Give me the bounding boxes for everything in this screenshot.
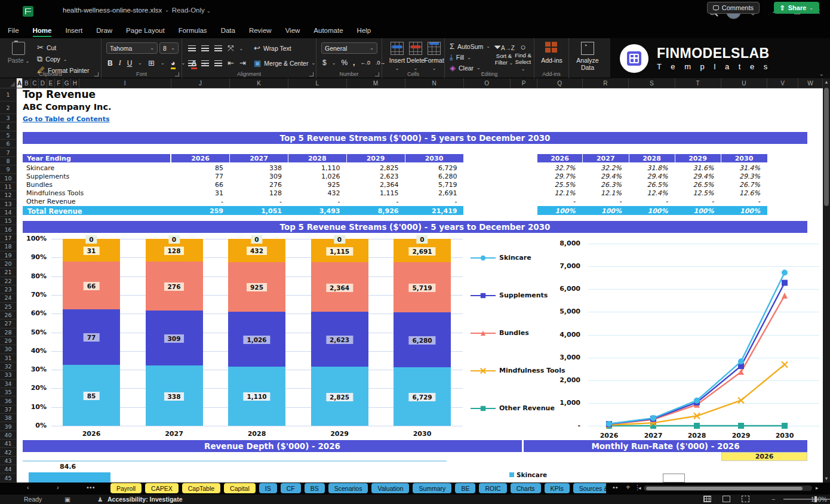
align-bottom-icon[interactable]	[214, 45, 222, 51]
align-left-icon[interactable]	[188, 60, 196, 66]
row-header-15[interactable]: 15	[0, 217, 17, 225]
column-header-W[interactable]: W	[798, 78, 823, 88]
row-header-32[interactable]: 32	[0, 362, 17, 371]
share-button[interactable]: ⇧ Share⌄	[774, 2, 820, 14]
scroll-down-icon[interactable]: ▼	[823, 476, 830, 481]
ribbon-tab-home[interactable]: Home	[27, 24, 58, 37]
percent-icon[interactable]: %	[341, 59, 348, 67]
row-header-31[interactable]: 31	[0, 354, 17, 362]
row-header-13[interactable]: 13	[0, 199, 17, 208]
row-header-2[interactable]: 2	[0, 102, 17, 114]
column-header-A[interactable]: A	[17, 78, 23, 88]
column-header-Q[interactable]: Q	[537, 78, 583, 88]
accessibility-status[interactable]: Accessibility: Investigate	[107, 496, 182, 503]
row-header-36[interactable]: 36	[0, 397, 17, 405]
copy-button[interactable]: ⧉Copy ⌄	[37, 54, 67, 64]
horizontal-scroll-thumb[interactable]	[646, 487, 803, 490]
ribbon-tab-page-layout[interactable]: Page Layout	[120, 24, 171, 37]
page-layout-view-icon[interactable]	[723, 496, 730, 503]
column-header-P[interactable]: P	[511, 78, 537, 88]
sort-filter-button[interactable]: ⏷A→Z Sort & Filter ⌄	[494, 42, 514, 66]
ribbon-tab-review[interactable]: Review	[243, 24, 278, 37]
row-header-16[interactable]: 16	[0, 225, 17, 233]
row-header-30[interactable]: 30	[0, 345, 17, 354]
autosum-button[interactable]: ΣAutoSum ⌄	[450, 42, 490, 51]
italic-button[interactable]: I	[119, 59, 121, 67]
row-header-10[interactable]: 10	[0, 174, 17, 182]
zoom-level[interactable]: 140%	[811, 496, 825, 503]
ribbon-tab-formulas[interactable]: Formulas	[173, 24, 213, 37]
column-header-E[interactable]: E	[47, 78, 56, 88]
macro-record-icon[interactable]: ▣	[64, 496, 70, 503]
scroll-up-icon[interactable]: ▲	[823, 79, 830, 85]
normal-view-icon[interactable]	[703, 496, 711, 503]
prev-sheet-icon[interactable]: ‹	[27, 484, 29, 491]
column-header-D[interactable]: D	[39, 78, 47, 88]
sheet-tab-sources-uses[interactable]: Sources & Uses	[573, 483, 606, 493]
row-header-34[interactable]: 34	[0, 380, 17, 388]
fill-color-icon[interactable]: ◕	[171, 59, 176, 67]
number-dialog-launcher[interactable]	[375, 72, 379, 76]
ribbon-tab-file[interactable]: File	[2, 24, 25, 37]
row-header-18[interactable]: 18	[0, 242, 17, 251]
sheet-tab-bs[interactable]: BS	[305, 483, 325, 493]
font-dialog-launcher[interactable]	[175, 72, 179, 76]
align-right-icon[interactable]	[214, 60, 222, 66]
row-header-42[interactable]: 42	[0, 448, 17, 456]
row-header-20[interactable]: 20	[0, 260, 17, 268]
column-header-G[interactable]: G	[63, 78, 72, 88]
column-header-F[interactable]: F	[55, 78, 63, 88]
row-header-1[interactable]: 1	[0, 88, 17, 102]
number-format-select[interactable]: General⌄	[321, 42, 377, 54]
column-header-S[interactable]: S	[629, 78, 675, 88]
ribbon-tab-draw[interactable]: Draw	[90, 24, 118, 37]
comma-icon[interactable]: ,	[353, 59, 355, 67]
row-header-45[interactable]: 45	[0, 474, 17, 482]
ribbon-tab-insert[interactable]: Insert	[59, 24, 88, 37]
column-header-H[interactable]: H	[71, 78, 79, 88]
row-header-19[interactable]: 19	[0, 251, 17, 260]
ribbon-tab-help[interactable]: Help	[351, 24, 377, 37]
horizontal-scrollbar[interactable]	[644, 485, 812, 491]
legend-item-mindfulness-tools[interactable]: Mindfulness Tools	[471, 367, 565, 374]
sheet-tab-summary[interactable]: Summary	[413, 483, 451, 493]
column-header-U[interactable]: U	[721, 78, 768, 88]
row-header-41[interactable]: 41	[0, 440, 17, 448]
font-size-select[interactable]: 8⌄	[159, 42, 179, 54]
addins-button[interactable]: Add-ins	[538, 42, 565, 64]
wrap-text-button[interactable]: ↩Wrap Text	[254, 44, 291, 53]
row-header-28[interactable]: 28	[0, 328, 17, 337]
increase-decimal-icon[interactable]: ←.0	[360, 60, 370, 66]
orientation-icon[interactable]: ⤧	[228, 44, 233, 53]
ribbon-tab-view[interactable]: View	[279, 24, 306, 37]
row-header-6[interactable]: 6	[0, 140, 17, 148]
column-header-J[interactable]: J	[171, 78, 230, 88]
sheet-tab-cf[interactable]: CF	[281, 483, 301, 493]
collapse-ribbon-icon[interactable]: ⌄	[819, 70, 824, 77]
alignment-dialog-launcher[interactable]	[309, 72, 313, 76]
find-select-button[interactable]: ○ Find & Select ⌄	[513, 42, 533, 72]
hscroll-left-icon[interactable]: ◂	[638, 485, 641, 491]
comments-button[interactable]: Comments	[707, 2, 760, 14]
paste-button[interactable]: Paste ⌄	[5, 42, 32, 64]
column-header-M[interactable]: M	[347, 78, 405, 88]
sheet-tab-be[interactable]: BE	[455, 483, 475, 493]
column-header-R[interactable]: R	[583, 78, 629, 88]
sheet-tab-payroll[interactable]: Payroll	[110, 483, 142, 493]
row-header-8[interactable]: 8	[0, 157, 17, 165]
row-header-4[interactable]: 4	[0, 122, 17, 131]
sheet-tab-is[interactable]: IS	[259, 483, 277, 493]
row-header-12[interactable]: 12	[0, 191, 17, 199]
row-header-27[interactable]: 27	[0, 319, 17, 328]
row-header-25[interactable]: 25	[0, 303, 17, 311]
bold-button[interactable]: B	[107, 59, 113, 67]
column-header-T[interactable]: T	[675, 78, 721, 88]
zoom-out-icon[interactable]: −	[771, 496, 775, 503]
ribbon-tab-automate[interactable]: Automate	[308, 24, 349, 37]
align-middle-icon[interactable]	[201, 45, 209, 51]
cut-button[interactable]: ✂Cut	[37, 43, 56, 52]
row-header-37[interactable]: 37	[0, 405, 17, 414]
row-header-26[interactable]: 26	[0, 311, 17, 319]
row-header-24[interactable]: 24	[0, 294, 17, 302]
row-header-35[interactable]: 35	[0, 388, 17, 397]
